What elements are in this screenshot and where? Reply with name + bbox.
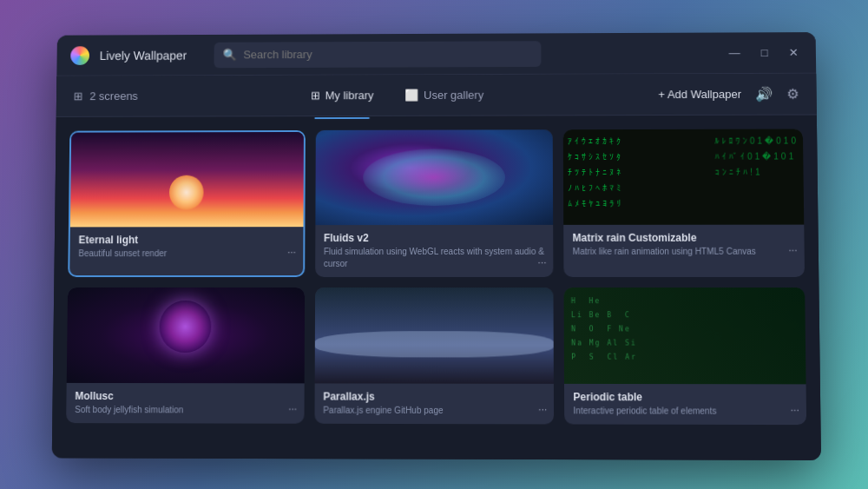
my-library-label: My library (326, 89, 374, 102)
card-more-button[interactable]: ··· (538, 255, 547, 268)
list-item[interactable]: Periodic table Interactive periodic tabl… (564, 287, 806, 425)
card-description: Interactive periodic table of elements (574, 405, 798, 418)
card-title: Mollusc (75, 389, 295, 402)
titlebar: Lively Wallpaper 🔍 — □ ✕ (56, 32, 816, 76)
close-button[interactable]: ✕ (786, 44, 802, 61)
card-thumbnail (315, 129, 553, 225)
card-description: Soft body jellyfish simulation (75, 404, 295, 417)
list-item[interactable]: Matrix rain Customizable Matrix like rai… (563, 129, 805, 276)
card-description: Beautiful sunset render (78, 248, 294, 260)
card-thumbnail (563, 129, 804, 224)
wallpaper-grid: Eternal light Beautiful sunset render ··… (66, 129, 806, 425)
window-controls: — □ ✕ (725, 44, 801, 61)
user-gallery-label: User gallery (424, 88, 483, 101)
search-input[interactable] (243, 47, 532, 61)
card-info: Parallax.js Parallax.js engine GitHub pa… (314, 383, 554, 424)
my-library-icon: ⊞ (311, 89, 320, 102)
app-window: Lively Wallpaper 🔍 — □ ✕ ⊞ 2 screens ⊞ M… (52, 32, 821, 460)
card-thumbnail (70, 131, 304, 226)
screens-icon: ⊞ (74, 89, 83, 102)
card-title: Parallax.js (323, 390, 545, 403)
search-bar[interactable]: 🔍 (214, 40, 542, 67)
card-description: Parallax.js engine GitHub page (323, 404, 545, 417)
card-info: Fluids v2 Fluid simulation using WebGL r… (315, 224, 554, 276)
screens-button[interactable]: ⊞ 2 screens (74, 89, 138, 102)
card-more-button[interactable]: ··· (288, 402, 297, 414)
minimize-button[interactable]: — (725, 44, 743, 61)
card-info: Mollusc Soft body jellyfish simulation ·… (66, 382, 304, 423)
volume-icon[interactable]: 🔊 (755, 85, 773, 102)
card-info: Matrix rain Customizable Matrix like rai… (564, 224, 805, 264)
app-title: Lively Wallpaper (100, 48, 187, 62)
card-more-button[interactable]: ··· (538, 403, 547, 415)
list-item[interactable]: Parallax.js Parallax.js engine GitHub pa… (314, 287, 554, 424)
settings-icon[interactable]: ⚙ (786, 85, 799, 102)
card-description: Fluid simulation using WebGL reacts with… (324, 245, 545, 269)
card-title: Fluids v2 (324, 231, 545, 243)
user-gallery-icon: ⬜ (404, 89, 418, 102)
card-title: Matrix rain Customizable (573, 231, 796, 243)
tab-user-gallery[interactable]: ⬜ User gallery (391, 81, 497, 108)
card-thumbnail (564, 287, 806, 384)
list-item[interactable]: Fluids v2 Fluid simulation using WebGL r… (315, 129, 554, 277)
toolbar-right: + Add Wallpaper 🔊 ⚙ (658, 85, 799, 102)
card-more-button[interactable]: ··· (790, 403, 799, 415)
card-more-button[interactable]: ··· (287, 246, 296, 258)
card-info: Periodic table Interactive periodic tabl… (564, 383, 806, 424)
card-title: Periodic table (573, 391, 797, 404)
card-thumbnail (67, 287, 305, 382)
nav-tabs: ⊞ My library ⬜ User gallery (297, 81, 497, 108)
card-title: Eternal light (79, 234, 295, 246)
toolbar: ⊞ 2 screens ⊞ My library ⬜ User gallery … (56, 73, 817, 116)
wallpaper-grid-container: Eternal light Beautiful sunset render ··… (52, 115, 821, 459)
list-item[interactable]: Eternal light Beautiful sunset render ··… (68, 129, 305, 276)
maximize-button[interactable]: □ (758, 44, 772, 61)
app-logo-icon (70, 45, 89, 64)
search-icon: 🔍 (223, 48, 237, 61)
card-info: Eternal light Beautiful sunset render ··… (69, 227, 303, 267)
tab-my-library[interactable]: ⊞ My library (297, 82, 388, 109)
add-wallpaper-button[interactable]: + Add Wallpaper (658, 87, 741, 100)
card-description: Matrix like rain animation using HTML5 C… (573, 245, 796, 257)
card-more-button[interactable]: ··· (788, 243, 797, 255)
list-item[interactable]: Mollusc Soft body jellyfish simulation ·… (66, 287, 305, 423)
screens-label: 2 screens (89, 89, 138, 102)
card-thumbnail (314, 287, 554, 384)
